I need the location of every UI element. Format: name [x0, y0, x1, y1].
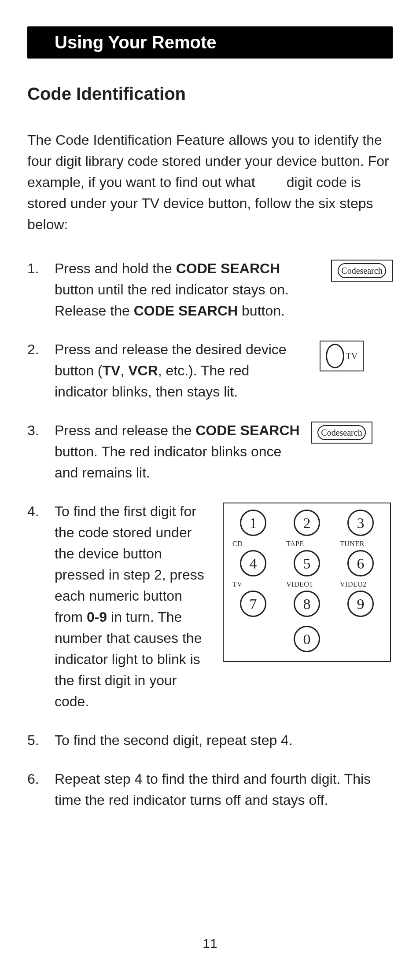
codesearch-pill: Codesearch [338, 263, 386, 278]
key-5: 5 [294, 550, 320, 576]
step-4-bold: 0-9 [87, 609, 107, 625]
step-3-bold: CODE SEARCH [195, 422, 299, 438]
step-4-text-a: To find the first digit for the code sto… [55, 503, 204, 625]
step-4: To find the first digit for the code sto… [27, 501, 393, 712]
step-1: Press and hold the CODE SEARCH button un… [27, 258, 393, 321]
intro-paragraph: The Code Identification Feature allows y… [27, 129, 393, 235]
key-6: 6 [347, 550, 374, 576]
step-3: Press and release the CODE SEARCH button… [27, 420, 393, 483]
key-label-video2: VIDEO2 [340, 579, 381, 588]
page-number: 11 [0, 936, 420, 951]
steps-list: Press and hold the CODE SEARCH button un… [27, 258, 393, 811]
step-5-text: To find the second digit, repeat step 4. [55, 732, 293, 748]
tv-button-label: TV [346, 349, 358, 363]
step-2-text-c: , [120, 363, 128, 378]
key-2: 2 [294, 510, 320, 536]
key-4: 4 [240, 550, 266, 576]
step-3-text-c: button. The red indicator blinks once an… [55, 444, 281, 481]
codesearch-button-illustration-2: Codesearch [311, 422, 372, 444]
step-5: To find the second digit, repeat step 4. [27, 730, 393, 751]
step-2-bold-1: TV [103, 363, 121, 378]
section-heading: Code Identification [27, 84, 393, 104]
step-3-text-a: Press and release the [55, 422, 195, 438]
step-6-text: Repeat step 4 to find the third and four… [55, 771, 371, 808]
step-1-bold-1: CODE SEARCH [176, 261, 280, 276]
key-3: 3 [347, 510, 374, 536]
key-0: 0 [294, 626, 320, 652]
key-1: 1 [240, 510, 266, 536]
page-header-bar: Using Your Remote [27, 26, 393, 59]
numeric-keypad-illustration: 1 2 3 CD TAPE TUNER 4 5 6 TV VIDEO1 VIDE… [223, 503, 391, 662]
intro-spacer [255, 174, 287, 190]
step-1-bold-2: CODE SEARCH [134, 303, 238, 319]
key-8: 8 [294, 591, 320, 617]
key-label-cd: CD [232, 539, 274, 547]
tv-button-illustration: TV [320, 341, 364, 371]
codesearch-pill-2: Codesearch [317, 425, 365, 440]
key-7: 7 [240, 591, 266, 617]
codesearch-button-illustration: Codesearch [331, 260, 393, 282]
step-2-bold-2: VCR [128, 363, 158, 378]
key-label-tv: TV [232, 579, 274, 588]
key-9: 9 [347, 591, 374, 617]
step-1-text-a: Press and hold the [55, 261, 176, 276]
tv-button-oval-icon [326, 344, 344, 368]
step-1-text-e: button. [238, 303, 285, 319]
key-label-video1: VIDEO1 [286, 579, 328, 588]
key-label-tape: TAPE [286, 539, 328, 547]
key-label-tuner: TUNER [340, 539, 381, 547]
step-2: Press and release the desired device but… [27, 339, 393, 402]
step-6: Repeat step 4 to find the third and four… [27, 768, 393, 811]
